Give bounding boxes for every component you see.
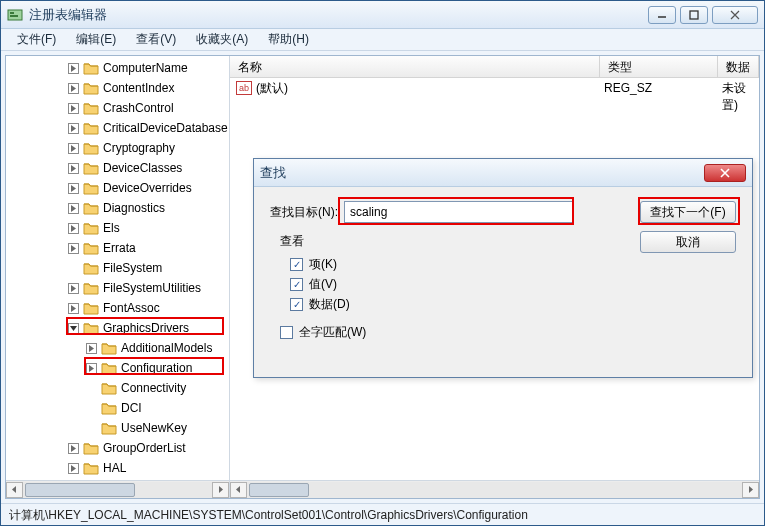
tree-item[interactable]: GroupOrderList: [6, 438, 229, 458]
find-target-input[interactable]: [344, 201, 574, 223]
list-hscrollbar[interactable]: [230, 480, 759, 498]
folder-icon: [83, 81, 99, 95]
tree-item-label: FontAssoc: [103, 301, 160, 315]
workarea: ComputerNameContentIndexCrashControlCrit…: [5, 55, 760, 499]
value-data: (数值未设置): [722, 78, 759, 114]
svg-marker-15: [71, 285, 76, 292]
expand-icon[interactable]: [68, 283, 79, 294]
tree-item[interactable]: HAL: [6, 458, 229, 478]
folder-icon: [83, 161, 99, 175]
expand-icon[interactable]: [68, 123, 79, 134]
tree-item[interactable]: Connectivity: [6, 378, 229, 398]
tree-item[interactable]: UseNewKey: [6, 418, 229, 438]
status-path: 计算机\HKEY_LOCAL_MACHINE\SYSTEM\ControlSet…: [9, 508, 528, 522]
tree-item[interactable]: CriticalDeviceDatabase: [6, 118, 229, 138]
tree-item[interactable]: ComputerName: [6, 58, 229, 78]
close-button[interactable]: [712, 6, 758, 24]
tree-item[interactable]: FontAssoc: [6, 298, 229, 318]
regedit-window: 注册表编辑器 文件(F) 编辑(E) 查看(V) 收藏夹(A) 帮助(H) Co…: [0, 0, 765, 526]
tree-item[interactable]: FileSystemUtilities: [6, 278, 229, 298]
dialog-close-button[interactable]: [704, 164, 746, 182]
tree-item[interactable]: DeviceOverrides: [6, 178, 229, 198]
tree-item[interactable]: ContentIndex: [6, 78, 229, 98]
expand-icon[interactable]: [68, 163, 79, 174]
expand-icon[interactable]: [68, 203, 79, 214]
tree-item[interactable]: FileSystem: [6, 258, 229, 278]
value-type: REG_SZ: [604, 81, 722, 95]
dialog-titlebar: 查找: [254, 159, 752, 187]
tree-hscrollbar[interactable]: [6, 480, 229, 498]
tree-item[interactable]: AdditionalModels: [6, 338, 229, 358]
tree-scroll[interactable]: ComputerNameContentIndexCrashControlCrit…: [6, 56, 229, 480]
expand-icon[interactable]: [68, 443, 79, 454]
tree-item-label: AdditionalModels: [121, 341, 212, 355]
folder-icon: [83, 141, 99, 155]
expand-icon[interactable]: [68, 103, 79, 114]
cancel-button[interactable]: 取消: [640, 231, 736, 253]
expand-icon[interactable]: [68, 63, 79, 74]
svg-marker-12: [71, 205, 76, 212]
scroll-right-button[interactable]: [212, 482, 229, 498]
expand-icon[interactable]: [68, 243, 79, 254]
tree-item-label: Errata: [103, 241, 136, 255]
app-icon: [7, 7, 23, 23]
scroll-right-button[interactable]: [742, 482, 759, 498]
check-keys[interactable]: 项(K): [270, 254, 736, 274]
menu-edit[interactable]: 编辑(E): [66, 29, 126, 50]
col-data-header[interactable]: 数据: [718, 56, 759, 77]
collapse-icon[interactable]: [68, 323, 79, 334]
tree-item[interactable]: Errata: [6, 238, 229, 258]
tree-item[interactable]: CrashControl: [6, 98, 229, 118]
tree-item[interactable]: DeviceClasses: [6, 158, 229, 178]
menu-file[interactable]: 文件(F): [7, 29, 66, 50]
tree-item-label: GroupOrderList: [103, 441, 186, 455]
scroll-left-button[interactable]: [230, 482, 247, 498]
scroll-left-button[interactable]: [6, 482, 23, 498]
statusbar: 计算机\HKEY_LOCAL_MACHINE\SYSTEM\ControlSet…: [1, 503, 764, 525]
string-icon: ab: [236, 81, 252, 95]
svg-marker-22: [12, 486, 16, 493]
tree-item-label: ComputerName: [103, 61, 188, 75]
col-type-header[interactable]: 类型: [600, 56, 718, 77]
folder-icon: [83, 121, 99, 135]
menu-favorites[interactable]: 收藏夹(A): [186, 29, 258, 50]
col-name-header[interactable]: 名称: [230, 56, 600, 77]
menu-view[interactable]: 查看(V): [126, 29, 186, 50]
expand-icon[interactable]: [68, 303, 79, 314]
svg-rect-2: [10, 15, 18, 17]
tree-item[interactable]: DCI: [6, 398, 229, 418]
expand-icon[interactable]: [86, 343, 97, 354]
check-wholeword[interactable]: 全字匹配(W): [270, 324, 736, 341]
tree-item[interactable]: Diagnostics: [6, 198, 229, 218]
expand-icon[interactable]: [86, 363, 97, 374]
minimize-button[interactable]: [648, 6, 676, 24]
find-dialog: 查找 查找目标(N): 查找下一个(F) 取消 查看 项(K) 值(V) 数据(…: [253, 158, 753, 378]
menu-help[interactable]: 帮助(H): [258, 29, 319, 50]
tree-item[interactable]: Configuration: [6, 358, 229, 378]
tree-item-label: DCI: [121, 401, 142, 415]
checkbox-icon: [290, 298, 303, 311]
check-data[interactable]: 数据(D): [270, 294, 736, 314]
maximize-button[interactable]: [680, 6, 708, 24]
tree-item[interactable]: Cryptography: [6, 138, 229, 158]
expand-icon[interactable]: [68, 463, 79, 474]
svg-marker-9: [71, 145, 76, 152]
no-expand: [68, 263, 79, 274]
tree-item[interactable]: Els: [6, 218, 229, 238]
check-values[interactable]: 值(V): [270, 274, 736, 294]
expand-icon[interactable]: [68, 83, 79, 94]
expand-icon[interactable]: [68, 223, 79, 234]
svg-marker-24: [236, 486, 240, 493]
tree-item-label: CriticalDeviceDatabase: [103, 121, 228, 135]
folder-icon: [83, 461, 99, 475]
svg-marker-16: [71, 305, 76, 312]
list-row[interactable]: ab (默认) REG_SZ (数值未设置): [230, 78, 759, 98]
svg-marker-25: [749, 486, 753, 493]
svg-marker-11: [71, 185, 76, 192]
folder-icon: [83, 261, 99, 275]
tree-item[interactable]: GraphicsDrivers: [6, 318, 229, 338]
expand-icon[interactable]: [68, 183, 79, 194]
expand-icon[interactable]: [68, 143, 79, 154]
find-next-button[interactable]: 查找下一个(F): [640, 201, 736, 223]
folder-icon: [101, 381, 117, 395]
